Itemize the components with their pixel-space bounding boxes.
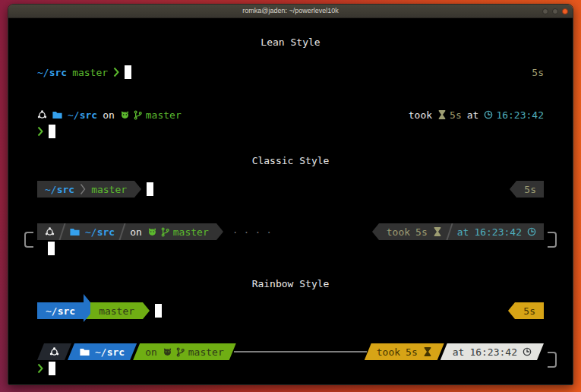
clock-icon — [484, 110, 493, 119]
folder-icon — [52, 110, 62, 120]
terminal-cursor — [147, 182, 153, 196]
command-duration: 5s — [450, 109, 462, 121]
window-titlebar[interactable]: romka@jaden: ~/powerlevel10k — [8, 5, 573, 18]
on-label: on — [145, 346, 157, 358]
ubuntu-os-icon — [37, 110, 47, 120]
at-label: at — [457, 226, 469, 238]
on-label: on — [130, 226, 142, 238]
directory-path: ~/src — [95, 346, 125, 358]
clock-icon — [527, 227, 536, 236]
rainbow-segment-time: at 16:23:42 — [440, 343, 544, 360]
window-title: romka@jaden: ~/powerlevel10k — [8, 5, 573, 17]
directory-path: ~/src — [37, 67, 67, 78]
powerline-arrow-icon — [508, 302, 515, 319]
rainbow-segment-dir: ~/src — [37, 302, 84, 319]
powerline-arrow-icon — [216, 223, 223, 240]
powerline-arrow-icon — [84, 302, 90, 319]
directory-path: ~/src — [68, 109, 97, 121]
terminal-content[interactable]: Lean Style ~/src master 5s ~/src on mast… — [8, 18, 573, 384]
at-label: at — [467, 109, 479, 121]
took-label: took — [377, 346, 400, 358]
git-branch-name: master — [146, 109, 182, 121]
dir-name: src — [58, 305, 75, 317]
current-time: 16:23:42 — [474, 226, 522, 238]
powerline-segment-duration: 5s — [516, 181, 544, 198]
git-branch-name: master — [72, 67, 108, 78]
dir-name: src — [49, 67, 67, 78]
dir-name: src — [57, 184, 74, 195]
powerline-arrow-icon — [510, 181, 516, 198]
dir-prefix: ~/ — [85, 226, 97, 238]
git-branch-name: master — [188, 346, 224, 358]
thin-slash-separator — [119, 223, 126, 240]
classic-prompt-single: ~/src master 5s — [37, 181, 544, 198]
rainbow-segment-duration: 5s — [515, 302, 544, 319]
rainbow-segment-git: on master — [133, 343, 236, 360]
prompt-chevron-icon — [113, 67, 119, 77]
prompt-chevron-icon — [37, 126, 43, 137]
current-time: 16:23:42 — [496, 109, 544, 121]
command-duration: 5s — [406, 346, 418, 358]
github-octocat-icon — [147, 227, 157, 237]
terminal-cursor — [125, 65, 131, 79]
git-branch-icon — [133, 110, 143, 120]
prompt-frame-right — [548, 352, 557, 368]
ubuntu-os-icon — [45, 227, 55, 237]
prompt-frame-left — [24, 232, 33, 248]
rainbow-segment-duration: took 5s — [365, 343, 444, 360]
maximize-button[interactable] — [552, 8, 558, 14]
rainbow-segment-os — [37, 343, 71, 360]
section-heading-lean: Lean Style — [37, 33, 544, 50]
command-duration: 5s — [415, 226, 428, 238]
section-heading-rainbow: Rainbow Style — [37, 275, 544, 292]
dir-prefix: ~/ — [46, 305, 58, 317]
arrow-triangle — [84, 294, 90, 322]
directory-path: ~/src — [45, 184, 74, 195]
terminal-window: romka@jaden: ~/powerlevel10k Lean Style … — [8, 4, 573, 385]
section-heading-classic: Classic Style — [37, 152, 544, 169]
heading-text: Lean Style — [261, 36, 320, 48]
rainbow-prompt-full: ~/src on master took 5s — [37, 343, 544, 377]
powerline-arrow-icon — [143, 302, 150, 319]
rainbow-segment-dir: ~/src — [68, 343, 137, 360]
lean-prompt-single: ~/src master 5s — [37, 64, 544, 81]
hourglass-icon — [437, 110, 447, 119]
git-branch-name: master — [99, 305, 134, 317]
git-branch-icon — [175, 347, 185, 357]
on-label: on — [103, 109, 115, 121]
command-duration: 5s — [524, 184, 536, 195]
gap-fill-dots: ···· — [232, 226, 277, 238]
took-label: took — [387, 226, 410, 238]
command-duration: 5s — [532, 67, 544, 78]
powerline-arrow-icon — [372, 223, 379, 240]
github-octocat-icon — [120, 110, 130, 120]
classic-prompt-full-line1: ~/src on master ···· took 5s — [37, 223, 544, 240]
git-branch-name: master — [91, 184, 127, 195]
rainbow-segment-branch: master — [90, 302, 143, 319]
heading-text: Rainbow Style — [252, 278, 330, 289]
prompt-chevron-icon — [37, 363, 43, 374]
at-label: at — [453, 346, 465, 358]
thin-slash-separator — [446, 223, 453, 240]
hourglass-icon — [433, 227, 442, 236]
rainbow-prompt-single: ~/src master 5s — [37, 302, 544, 319]
github-octocat-icon — [163, 347, 172, 357]
git-branch-icon — [160, 227, 170, 237]
close-button[interactable] — [562, 8, 568, 14]
rainbow-prompt-full-line2 — [37, 360, 544, 377]
dir-prefix: ~/ — [68, 109, 80, 121]
dir-prefix: ~/ — [37, 67, 49, 78]
powerline-segment-right: took 5s at 16:23:42 — [379, 223, 544, 240]
dir-prefix: ~/ — [45, 184, 57, 195]
gap-fill-line — [234, 351, 367, 352]
dir-name: src — [107, 346, 125, 358]
directory-path: ~/src — [85, 226, 115, 238]
git-branch-name: master — [173, 226, 209, 238]
minimize-button[interactable] — [542, 8, 548, 14]
terminal-cursor — [48, 242, 55, 255]
desktop-background: romka@jaden: ~/powerlevel10k Lean Style … — [0, 0, 581, 392]
window-controls — [542, 5, 568, 17]
dir-name: src — [97, 226, 115, 238]
current-time: 16:23:42 — [469, 346, 517, 358]
ubuntu-os-icon — [49, 347, 59, 357]
